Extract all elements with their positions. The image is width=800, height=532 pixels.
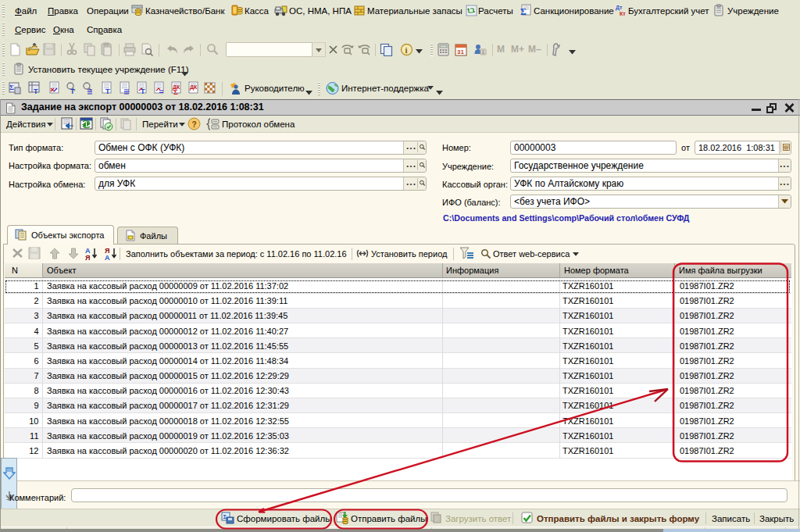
- svg-text:Σ: Σ: [520, 6, 527, 17]
- svg-text:Я: Я: [85, 254, 90, 261]
- svg-text:Σ: Σ: [173, 88, 178, 95]
- svg-text:31: 31: [457, 48, 464, 55]
- svg-text:А: А: [105, 254, 110, 261]
- svg-text:ДК: ДК: [190, 84, 198, 91]
- svg-text:?: ?: [192, 120, 197, 129]
- svg-text:Кт: Кт: [620, 11, 626, 16]
- svg-text:Σ: Σ: [9, 84, 14, 91]
- svg-text:i: i: [405, 45, 408, 55]
- svg-text:Дт: Дт: [616, 5, 623, 11]
